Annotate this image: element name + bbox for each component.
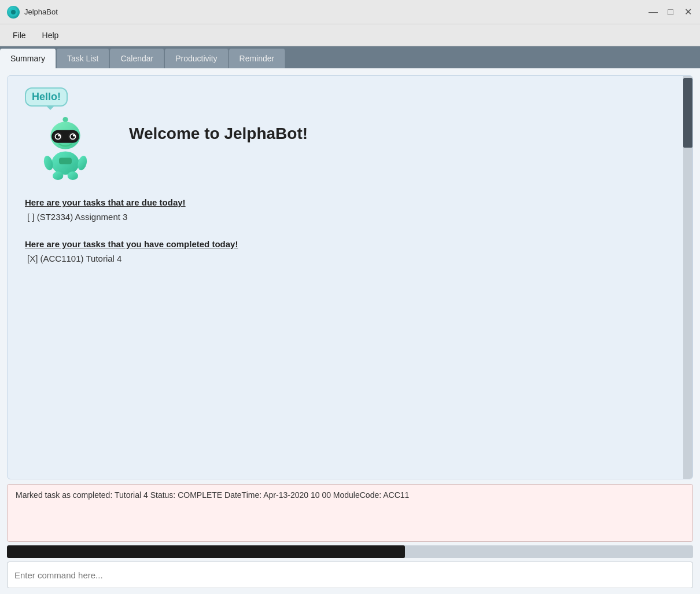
window-controls: — □ ✕ — [648, 7, 693, 17]
output-text: Marked task as completed: Tutorial 4 Sta… — [16, 490, 684, 500]
app-icon — [7, 6, 20, 19]
completed-today-heading: Here are your tasks that you have comple… — [25, 239, 666, 249]
svg-point-16 — [53, 171, 63, 180]
completed-today-item-0: [X] (ACC1101) Tutorial 4 — [27, 254, 666, 263]
robot-illustration — [36, 116, 94, 180]
tab-summary[interactable]: Summary — [0, 49, 56, 68]
hello-bubble: Hello! — [25, 87, 68, 107]
command-area — [7, 562, 693, 588]
menu-bar: File Help — [0, 24, 700, 46]
content-scroll[interactable]: Hello! — [8, 76, 683, 479]
main-area: Hello! — [0, 68, 700, 594]
svg-point-17 — [68, 171, 78, 180]
robot-container: Hello! — [25, 87, 117, 180]
progress-bar — [7, 545, 405, 558]
title-bar: JelphaBot — □ ✕ — [0, 0, 700, 24]
welcome-title: Welcome to JelphaBot! — [129, 124, 308, 143]
tab-tasklist[interactable]: Task List — [57, 49, 109, 68]
due-today-item-0: [ ] (ST2334) Assignment 3 — [27, 212, 666, 222]
scrollbar-thumb[interactable] — [683, 78, 692, 148]
svg-point-1 — [11, 10, 16, 14]
maximize-button[interactable]: □ — [665, 7, 676, 17]
svg-rect-15 — [59, 158, 72, 164]
tab-bar: Summary Task List Calendar Productivity … — [0, 46, 700, 68]
close-button[interactable]: ✕ — [683, 7, 693, 17]
tab-productivity[interactable]: Productivity — [165, 49, 228, 68]
output-panel: Marked task as completed: Tutorial 4 Sta… — [7, 484, 693, 542]
command-input[interactable] — [14, 570, 686, 580]
svg-point-19 — [76, 155, 89, 171]
scrollbar-track[interactable] — [683, 76, 692, 479]
menu-help[interactable]: Help — [34, 28, 67, 42]
svg-point-3 — [62, 117, 68, 122]
svg-point-18 — [42, 155, 54, 171]
due-today-heading: Here are your tasks that are due today! — [25, 197, 666, 207]
content-panel: Hello! — [7, 75, 693, 479]
completed-today-section: Here are your tasks that you have comple… — [25, 239, 666, 263]
progress-area — [7, 545, 693, 558]
welcome-header: Hello! — [25, 87, 666, 180]
menu-file[interactable]: File — [5, 28, 34, 42]
tab-calendar[interactable]: Calendar — [110, 49, 164, 68]
tab-reminder[interactable]: Reminder — [229, 49, 286, 68]
app-title: JelphaBot — [24, 8, 648, 16]
svg-point-12 — [58, 134, 60, 137]
svg-point-13 — [73, 134, 75, 137]
minimize-button[interactable]: — — [648, 7, 658, 17]
due-today-section: Here are your tasks that are due today! … — [25, 197, 666, 222]
